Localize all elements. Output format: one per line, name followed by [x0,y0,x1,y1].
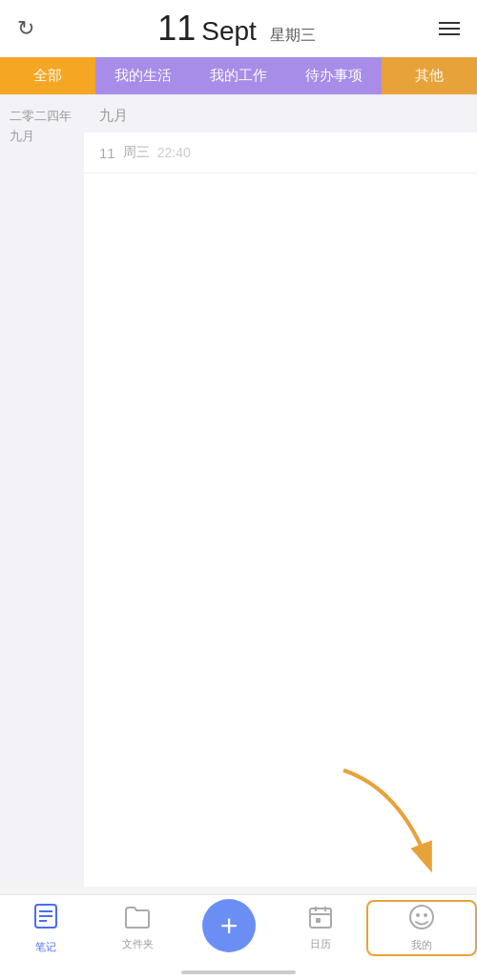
refresh-icon[interactable]: ↻ [17,16,34,41]
header-weekday: 星期三 [270,26,316,46]
nav-item-mine[interactable]: 我的 [366,900,477,956]
header-date-number: 11 [157,9,196,49]
menu-icon[interactable] [439,22,460,35]
notes-icon [33,903,58,936]
mine-icon [408,904,435,934]
svg-point-12 [424,913,427,917]
nav-item-folder[interactable]: 文件夹 [92,905,183,951]
nav-label-mine: 我的 [411,938,432,952]
svg-rect-5 [310,909,331,928]
plus-icon: + [220,910,238,941]
svg-point-11 [416,913,420,917]
main-content: 二零二四年 九月 九月 11 周三 22:40 [0,95,477,887]
tab-life[interactable]: 我的生活 [95,57,191,94]
day-time: 22:40 [157,145,191,160]
header: ↻ 11 Sept 星期三 [0,0,477,57]
sidebar-year-month: 二零二四年 九月 [10,107,72,147]
tab-work[interactable]: 我的工作 [191,57,286,94]
add-button[interactable]: + [202,899,256,952]
tab-all[interactable]: 全部 [0,57,95,94]
nav-item-notes[interactable]: 笔记 [0,903,92,954]
day-entry: 11 周三 22:40 [84,133,477,174]
nav-item-add[interactable]: + [183,899,275,958]
nav-label-notes: 笔记 [35,940,56,954]
folder-icon [124,905,151,933]
tab-other[interactable]: 其他 [382,57,477,94]
tabs-bar: 全部 我的生活 我的工作 待办事项 其他 [0,57,477,95]
month-header: 九月 [84,95,477,133]
day-weekday: 周三 [123,144,150,161]
calendar-icon [308,905,333,933]
nav-item-calendar[interactable]: 日历 [275,905,366,951]
calendar-area[interactable]: 九月 11 周三 22:40 [84,95,477,887]
day-number: 11 [99,145,115,161]
bottom-nav: 笔记 文件夹 + 日历 [0,894,477,980]
nav-label-calendar: 日历 [310,937,331,951]
day-label: 11 周三 22:40 [99,144,462,161]
empty-calendar-space [84,174,477,631]
header-title: 11 Sept 星期三 [157,9,316,49]
sidebar: 二零二四年 九月 [0,95,84,887]
tab-todo[interactable]: 待办事项 [286,57,382,94]
header-date-month: Sept [201,16,257,47]
home-indicator [181,970,296,974]
nav-label-folder: 文件夹 [122,937,154,951]
svg-rect-9 [316,918,321,923]
